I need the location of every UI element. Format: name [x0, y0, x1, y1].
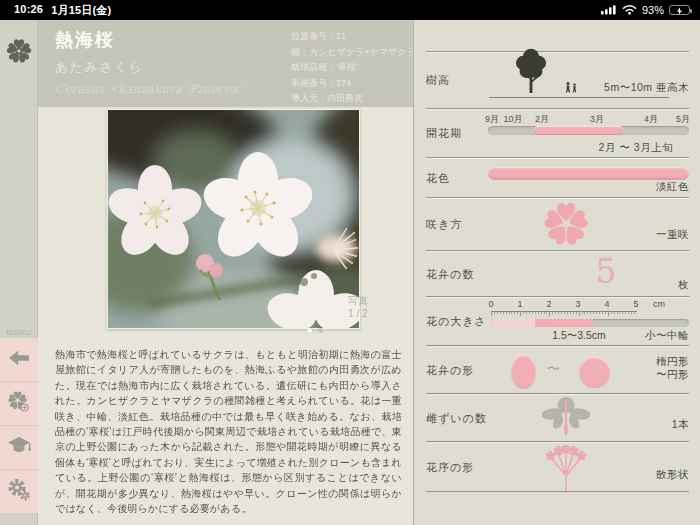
tree-height-label: 樹高 [426, 73, 450, 88]
petal-shape-tilde: 〜 [547, 360, 560, 378]
month-tick: 10月 [503, 113, 522, 126]
petal-count-label: 花弁の数 [426, 266, 474, 281]
app-logo-sakura-icon[interactable] [0, 28, 38, 74]
row-bloom-style: 咲き方 一重咲 [426, 197, 689, 250]
left-rail: MENU [0, 20, 38, 525]
photo-caption-page: 1 / 2 [336, 307, 380, 320]
month-tick: 2月 [535, 113, 549, 126]
bloom-period-label: 開花期 [426, 126, 462, 141]
umbel-icon [542, 445, 590, 497]
month-tick: 3月 [590, 113, 604, 126]
back-arrow-icon [8, 349, 30, 371]
info-species: 種：カンヒザクラ×ヤマザクラ [291, 45, 416, 61]
ground-line [489, 97, 669, 98]
bloom-style-value: 一重咲 [656, 228, 689, 242]
flower-size-range: 1.5〜3.5cm [531, 329, 627, 343]
ruler-unit: cm [653, 299, 665, 309]
page-title: 熱海桜 [55, 28, 115, 52]
row-flower-size: 花の大きさ 0 1 2 3 4 5 cm 1.5〜3.5cm 小〜中輪 [426, 296, 689, 345]
menu-label: MENU [0, 328, 38, 337]
petal-shape-circle [579, 356, 610, 387]
row-bloom-period: 開花期 9月 10月 2月 3月 4月 5月 2月 〜 3月上旬 [426, 108, 689, 157]
title-kana: あたみさくら [55, 59, 144, 76]
tree-height-value: 5m〜10m 亜高木 [604, 81, 689, 95]
flower-color-swatch [488, 167, 689, 180]
petal-shape-ellipse [511, 354, 536, 388]
row-petal-shape: 花弁の形 〜 楕円形 〜円形 [426, 345, 689, 393]
bloom-period-highlight [534, 126, 623, 135]
row-tree-height: 樹高 [426, 51, 689, 108]
flower-size-range-segment [535, 319, 593, 327]
photo-pager [307, 328, 323, 333]
pager-dot-1[interactable] [307, 328, 312, 333]
learn-button[interactable] [0, 426, 38, 469]
graduation-cap-icon [7, 436, 31, 460]
pager-dot-2[interactable] [318, 328, 323, 333]
battery-percent: 93% [642, 4, 664, 16]
info-location: 位置番号：21 [291, 29, 416, 45]
description-text: 熱海市で熱海桜と呼ばれているサクラは、もともと明治初期に熱海の富士屋旅館にイタリ… [55, 347, 402, 516]
flower-size-track [491, 319, 689, 327]
flower-size-value: 小〜中輪 [645, 329, 689, 343]
main-content: 写真 1 / 2 熱海市で熱海桜と呼ばれているサクラは、もともと明治初期に熱海の… [38, 107, 413, 525]
specimen-info: 位置番号：21 種：カンヒザクラ×ヤマザクラ 栽培品種：‘寒桜’ 系統番号：27… [291, 29, 416, 107]
inflorescence-value: 散形状 [656, 468, 689, 482]
battery-icon [669, 5, 690, 15]
flower-color-label: 花色 [426, 170, 450, 185]
cellular-signal-icon [601, 4, 617, 17]
info-cultivar: 栽培品種：‘寒桜’ [291, 60, 416, 76]
info-line-number: 系統番号：274 [291, 76, 416, 92]
attribute-panel: 樹高 [413, 20, 700, 525]
tree-icon [512, 47, 550, 97]
petal-shape-value-line2: 〜円形 [656, 368, 689, 381]
row-petal-count: 花弁の数 5 枚 [426, 250, 689, 296]
info-source: 導入元：内田勇次 [291, 91, 416, 107]
row-flower-color: 花色 淡紅色 [426, 157, 689, 197]
status-time: 10:26 [14, 3, 43, 18]
header: 熱海桜 あたみさくら Cerasus ×kanzakura ‘Praecox’ … [38, 20, 413, 107]
sakura-blossom-icon [543, 201, 589, 251]
pistil-count-label: 雌ずいの数 [426, 410, 487, 425]
wifi-icon [622, 4, 637, 17]
petal-shape-label: 花弁の形 [426, 362, 474, 377]
back-button[interactable] [0, 338, 38, 381]
settings-button[interactable] [0, 470, 38, 513]
flower-plus-icon [7, 390, 31, 418]
petal-count-number: 5 [576, 251, 636, 293]
petal-count-unit: 枚 [678, 278, 689, 292]
flower-size-min-segment [491, 319, 535, 327]
ruler-tick: 2 [546, 299, 551, 309]
pistil-icon [542, 396, 590, 444]
row-pistil-count: 雌ずいの数 1本 [426, 393, 689, 441]
ruler-tick: 0 [488, 299, 493, 309]
gear-icon [7, 478, 31, 506]
bloom-style-label: 咲き方 [426, 217, 462, 232]
bloom-period-track [488, 126, 689, 135]
pistil-count-value: 1本 [672, 418, 689, 432]
latin-name: Cerasus ×kanzakura ‘Praecox’ [55, 82, 242, 96]
inflorescence-label: 花序の形 [426, 459, 474, 474]
petal-shape-value: 楕円形 〜円形 [656, 355, 689, 381]
flower-size-label: 花の大きさ [426, 314, 487, 329]
ruler-tick: 4 [604, 299, 609, 309]
ruler-tick: 1 [517, 299, 522, 309]
add-flower-button[interactable] [0, 382, 38, 425]
row-inflorescence: 花序の形 散形状 [426, 441, 689, 492]
ruler [491, 311, 637, 316]
petal-shape-value-line1: 楕円形 [656, 355, 689, 368]
flower-color-value: 淡紅色 [656, 180, 689, 194]
flower-photo[interactable] [107, 109, 360, 329]
month-tick: 9月 [485, 113, 499, 126]
photo-caption: 写真 1 / 2 [336, 294, 380, 320]
people-scale-icon [564, 79, 578, 97]
status-date: 1月15日(金) [51, 3, 111, 18]
month-tick: 4月 [644, 113, 658, 126]
ruler-tick: 3 [575, 299, 580, 309]
status-bar: 10:26 1月15日(金) 93% [0, 0, 700, 20]
month-tick: 5月 [676, 113, 690, 126]
photo-caption-title: 写真 [336, 294, 380, 307]
ruler-tick: 5 [633, 299, 638, 309]
bloom-period-value: 2月 〜 3月上旬 [598, 141, 673, 155]
app-window: 10:26 1月15日(金) 93% [0, 0, 700, 525]
